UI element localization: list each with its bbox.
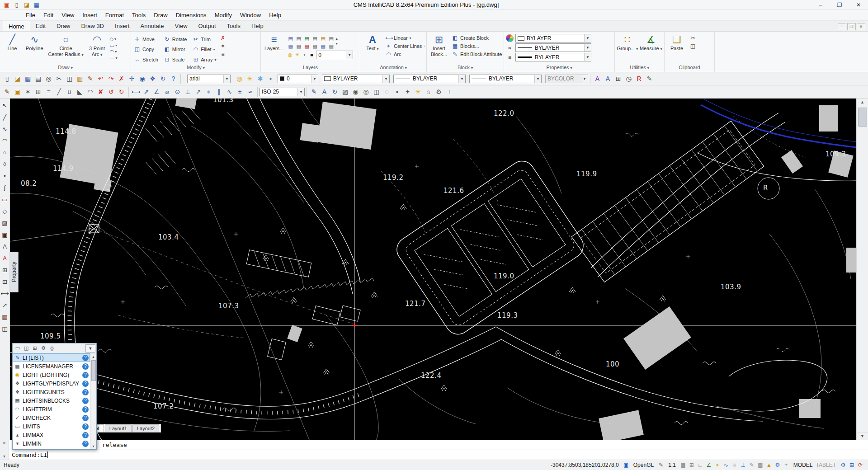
block-tool-icon[interactable]: ⊞ [0, 264, 9, 276]
explode-icon[interactable]: ✶ [23, 86, 33, 97]
menu-item-window[interactable]: Window [236, 10, 265, 20]
minimize-button[interactable]: – [811, 0, 830, 9]
fillet2-icon[interactable]: ◠ [85, 86, 95, 97]
explode-button[interactable]: ✶ [219, 42, 227, 50]
layer-gallery-item[interactable]: ▤ [287, 42, 294, 50]
workspace-icon[interactable]: ⚙ [774, 461, 782, 469]
mdi-minimize-button[interactable]: – [838, 23, 846, 30]
dim-wave-icon[interactable]: ∿ [224, 86, 235, 97]
array2-icon[interactable]: ⊞ [33, 86, 43, 97]
cut-button[interactable]: ✂ [689, 34, 697, 42]
new-icon[interactable]: ▯ [2, 73, 12, 84]
regen-icon[interactable]: ↻ [158, 73, 168, 84]
circle-tool-icon[interactable]: ○ [0, 146, 9, 158]
line-button[interactable]: ╱ Line [2, 33, 23, 65]
redo-icon[interactable]: ↷ [106, 73, 116, 84]
layer-color-icon[interactable]: ■ [308, 52, 315, 58]
zoom-window-icon[interactable]: ◉ [137, 73, 147, 84]
paste-icon[interactable]: ▥ [75, 73, 85, 84]
create-block-button[interactable]: ◧Create Block [451, 34, 502, 42]
command-suggestion-item[interactable]: ▭LIMITS? [13, 422, 90, 431]
plus2-icon[interactable]: + [444, 86, 454, 97]
help-badge-icon[interactable]: ? [82, 432, 89, 438]
format-painter-icon[interactable]: ✎ [2, 86, 12, 97]
polygon-tool-icon[interactable]: ◇ [0, 205, 9, 217]
layer-gallery-item[interactable]: ▤ [287, 35, 294, 42]
matchprop-icon[interactable]: ✎ [85, 73, 95, 84]
more-mini-button[interactable]: ⋯ ▾ [110, 55, 118, 61]
help-badge-icon[interactable]: ? [82, 398, 89, 404]
rotate-button[interactable]: ↻Rotate [163, 34, 188, 44]
command-suggestion-item[interactable]: ◠LIGHTTRIM? [13, 405, 90, 414]
help-badge-icon[interactable]: ? [82, 406, 89, 413]
close-button[interactable]: ✕ [849, 0, 868, 9]
copy-button[interactable]: ◫Copy [133, 45, 159, 55]
dim-linear-icon[interactable]: ⟷ [131, 86, 141, 97]
rectangle-tool-icon[interactable]: ▭ [0, 193, 9, 205]
arc-mini-button[interactable]: ◠ ▾ [110, 49, 118, 55]
polygon-mini-button[interactable]: ◇ ▾ [110, 36, 118, 42]
circle-button[interactable]: ○ Circle Center-Radius ▾ [47, 33, 85, 65]
dyn-icon[interactable]: ✎ [748, 461, 756, 469]
command-suggestion-item[interactable]: ▦LICENSEMANAGER? [13, 362, 90, 371]
layout-tab-layout1[interactable]: Layout1 [105, 424, 132, 432]
join-icon[interactable]: ∪ [64, 86, 75, 97]
erase-button[interactable]: ✗ [219, 34, 227, 42]
linetype-control-combo[interactable]: BYLAYER▼ [393, 75, 466, 83]
xref-tool-icon[interactable]: ◫ [0, 323, 9, 334]
eye-icon[interactable]: ◉ [350, 86, 361, 97]
measure-button[interactable]: ∡ Measure ▾ [640, 33, 662, 65]
lineweight-control-combo[interactable]: BYLAYER▼ [469, 75, 542, 83]
move-button[interactable]: ✛Move [133, 34, 159, 44]
layers-panel-label[interactable]: Layers [263, 65, 358, 72]
edit-block-attributes-button[interactable]: ✎Edit Block Attributes [451, 51, 502, 58]
fillet-button[interactable]: ◠Fillet ▾ [191, 45, 217, 55]
etrack-icon[interactable]: ∿ [722, 461, 730, 469]
layer-gallery-item[interactable]: ▤ [327, 42, 335, 50]
three-point-arc-button[interactable]: ◠ 3-Point Arc ▾ [87, 33, 108, 65]
dimension-tool-icon[interactable]: ⟷ [0, 287, 9, 299]
preview-icon[interactable]: ◎ [43, 73, 54, 84]
layout-tab-layout2[interactable]: Layout2 [132, 424, 159, 432]
dim-aligned-icon[interactable]: ⇗ [141, 86, 151, 97]
menu-item-dimensions[interactable]: Dimensions [172, 10, 211, 20]
home-view-icon[interactable]: ⌂ [423, 86, 434, 97]
pin-icon[interactable]: ▪ [392, 86, 402, 97]
popup-scroll-down-icon[interactable]: ▼ [90, 443, 96, 449]
ribbon-tab-insert[interactable]: Insert [109, 21, 135, 31]
lwt-icon[interactable]: ≡ [731, 461, 739, 469]
layer-gallery-item[interactable]: ▤ [295, 35, 302, 42]
ribbon-tab-view[interactable]: View [170, 21, 193, 31]
help-badge-icon[interactable]: ? [82, 441, 89, 447]
dim-update-icon[interactable]: ↻ [330, 86, 340, 97]
qat-open-icon[interactable]: ◪ [22, 1, 31, 9]
settings-gear-icon[interactable]: ⚙ [839, 461, 847, 469]
popup-scrollbar[interactable]: ▲ ▼ [90, 353, 96, 449]
save-icon[interactable]: ▦ [23, 73, 33, 84]
layer-gallery-item[interactable]: ▤ [327, 35, 335, 42]
layer-gallery-item[interactable]: ▤ [303, 35, 311, 42]
dim-approx-icon[interactable]: ≈ [245, 86, 255, 97]
app-icon[interactable]: ▣ [2, 1, 11, 9]
render-mode-label[interactable]: OpenGL [633, 462, 654, 468]
layer-off-icon[interactable]: ◌ [382, 86, 392, 97]
lock-icon[interactable]: ▪ [265, 73, 276, 84]
restore-button[interactable]: ❐ [830, 0, 849, 9]
layout-grid-icon[interactable]: ⊞ [848, 461, 856, 469]
command-suggestion-item[interactable]: ▦LIGHTSINBLOCKS? [13, 396, 90, 405]
cut-icon[interactable]: ✂ [54, 73, 64, 84]
utilities-panel-label[interactable]: Utilities ▾ [617, 65, 662, 72]
open-icon[interactable]: ◪ [12, 73, 23, 84]
entity-color-combo[interactable]: BYLAYER▼ [515, 34, 591, 42]
ribbon-tab-annotate[interactable]: Annotate [135, 21, 170, 31]
text-tool-icon[interactable]: A [0, 252, 9, 264]
help-icon[interactable]: ? [168, 73, 179, 84]
layer-on-icon[interactable]: ◍ [287, 52, 293, 58]
scale-button[interactable]: ⊡Scale [163, 55, 188, 65]
sync-icon[interactable]: ⟳ [856, 461, 864, 469]
offset-button[interactable]: ≡ [219, 51, 227, 58]
entity-lineweight-combo[interactable]: BYLAYER▼ [515, 53, 591, 61]
ribbon-tab-draw-3d[interactable]: Draw 3D [75, 21, 109, 31]
mdi-restore-button[interactable]: ❐ [847, 23, 856, 30]
add-icon[interactable]: + [782, 461, 790, 469]
